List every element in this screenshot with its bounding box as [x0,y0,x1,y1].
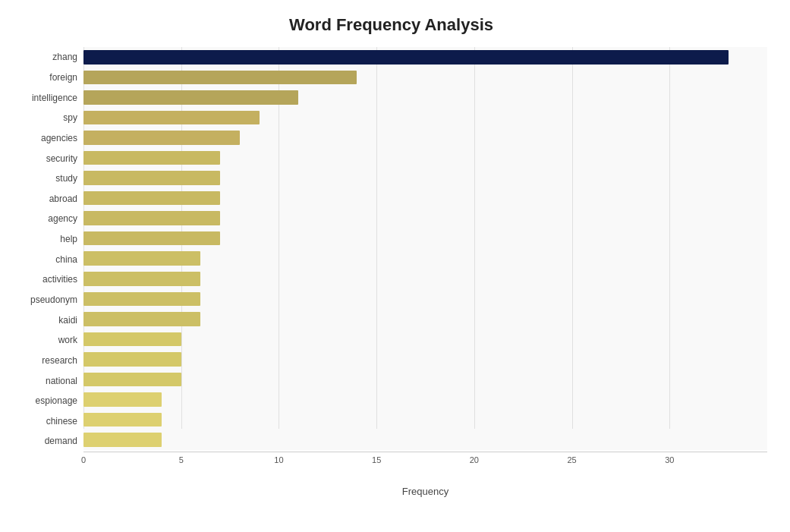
x-tick-25: 25 [567,455,576,464]
y-label-security: security [46,154,77,163]
bar-chinese [83,413,162,427]
chart-container: Word Frequency Analysis zhangforeigninte… [0,0,790,532]
bars-area: Frequency 051015202530 [83,47,767,473]
y-label-demand: demand [45,436,77,445]
bar-row [83,87,767,108]
y-label-kaidi: kaidi [58,316,77,325]
y-label-research: research [42,356,77,365]
bar-agencies [83,131,240,145]
bar-row [83,68,767,88]
bar-row [83,349,767,370]
y-label-chinese: chinese [46,417,77,426]
x-axis-label: Frequency [402,486,449,497]
bar-research [83,352,181,367]
bar-row [83,127,767,148]
y-label-agency: agency [48,214,77,223]
bar-pseudonym [83,292,200,307]
bar-row [83,269,767,289]
bar-zhang [83,50,729,65]
y-label-foreign: foreign [49,73,77,82]
bar-row [83,329,767,350]
bar-china [83,251,200,266]
y-label-work: work [58,335,77,345]
bar-row [83,188,767,209]
bar-national [83,373,181,387]
bar-agency [83,211,220,225]
bar-work [83,332,181,347]
y-label-intelligence: intelligence [32,93,77,102]
bar-row [83,370,767,390]
y-label-agencies: agencies [41,134,77,143]
bar-row [83,389,767,410]
bar-intelligence [83,90,298,105]
y-label-china: china [55,255,77,264]
bar-row [83,430,767,450]
bar-row [83,228,767,249]
bar-study [83,171,220,185]
bar-row [83,47,767,68]
x-axis: Frequency 051015202530 [83,452,767,473]
bar-foreign [83,71,357,85]
bar-row [83,168,767,188]
y-label-national: national [46,376,77,386]
y-label-study: study [55,174,77,183]
y-label-help: help [60,235,77,244]
bars-inner [83,47,767,450]
bar-espionage [83,392,162,407]
chart-area: zhangforeignintelligencespyagenciessecur… [15,47,767,473]
x-tick-20: 20 [470,455,479,464]
bar-security [83,151,220,165]
bar-row [83,108,767,128]
y-label-spy: spy [63,113,77,122]
bar-help [83,231,220,246]
y-label-espionage: espionage [36,396,77,405]
x-tick-10: 10 [274,455,283,464]
bar-row [83,148,767,168]
bar-spy [83,111,260,125]
bar-demand [83,433,162,447]
y-label-zhang: zhang [52,52,77,61]
bar-abroad [83,191,220,206]
x-tick-0: 0 [81,455,86,464]
x-tick-15: 15 [372,455,381,464]
bar-row [83,208,767,228]
bar-row [83,248,767,269]
y-label-pseudonym: pseudonym [30,295,77,304]
y-label-abroad: abroad [49,194,77,203]
bar-kaidi [83,312,200,326]
x-tick-5: 5 [179,455,184,464]
bar-row [83,289,767,310]
y-label-activities: activities [42,275,77,284]
chart-title: Word Frequency Analysis [15,15,767,35]
bar-row [83,410,767,430]
bar-row [83,309,767,329]
x-tick-30: 30 [665,455,674,464]
y-labels: zhangforeignintelligencespyagenciessecur… [15,47,83,473]
bar-activities [83,272,200,286]
